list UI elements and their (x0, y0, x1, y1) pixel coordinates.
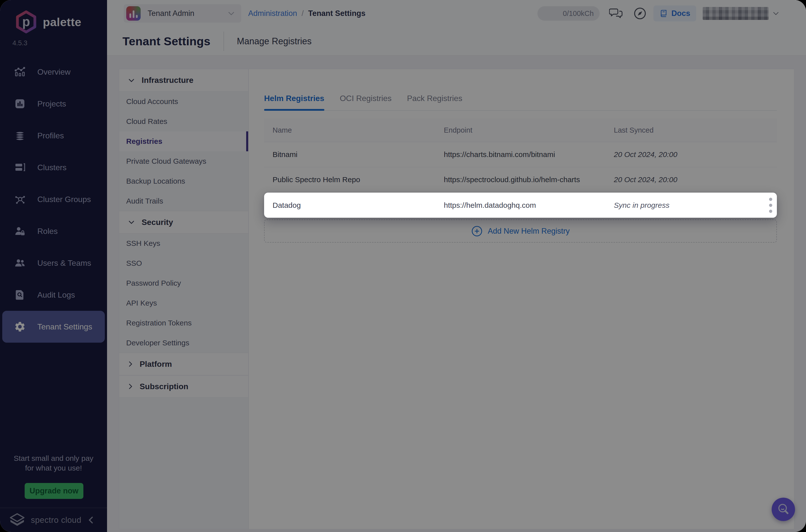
settings-nav-item-developer-settings[interactable]: Developer Settings (119, 333, 248, 353)
registry-last-synced: 20 Oct 2024, 20:00 (614, 150, 757, 159)
settings-nav-item-backup-locations[interactable]: Backup Locations (119, 171, 248, 191)
column-header-name: Name (264, 126, 444, 134)
table-row-bitnami[interactable]: Bitnami https://charts.bitnami.com/bitna… (264, 142, 777, 167)
spectro-cloud-logo-icon (9, 513, 25, 527)
settings-nav-item-api-keys[interactable]: API Keys (119, 293, 248, 313)
sidebar-item-label: Profiles (37, 131, 64, 140)
sidebar-nav: Overview Projects (0, 56, 107, 343)
section-infrastructure[interactable]: Infrastructure (119, 69, 248, 92)
add-new-helm-registry-button[interactable]: Add New Helm Registry (264, 220, 777, 243)
spectro-cloud-brand: spectro cloud (31, 515, 81, 525)
usage-quota-value: 0/100kCh (563, 10, 594, 18)
section-platform[interactable]: Platform (119, 353, 248, 375)
page-title: Tenant Settings (123, 34, 211, 48)
overview-icon (14, 65, 26, 78)
tab-pack-registries[interactable]: Pack Registries (407, 93, 462, 110)
chevron-right-icon (128, 383, 133, 390)
section-subscription[interactable]: Subscription (119, 375, 248, 398)
audit-logs-icon (14, 288, 26, 301)
chevron-down-icon (773, 11, 779, 16)
app-window: p palette 4.5.3 Overview (0, 0, 806, 532)
sidebar-item-label: Projects (37, 99, 66, 109)
column-header-last-synced: Last Synced (614, 126, 757, 134)
table-row-datadog-spotlighted[interactable]: Datadog https://helm.datadoghq.com Sync … (264, 193, 777, 218)
table-row-public-spectro-helm-repo[interactable]: Public Spectro Helm Repo https://spectro… (264, 167, 777, 192)
sidebar-item-label: Tenant Settings (37, 322, 92, 331)
settings-nav-item-ssh-keys[interactable]: SSH Keys (119, 233, 248, 253)
top-bar-actions: 0/100kCh (538, 0, 779, 27)
sidebar-footer: spectro cloud (9, 511, 96, 530)
sidebar-item-roles[interactable]: Roles (0, 215, 107, 247)
feedback-chat-button[interactable] (609, 7, 623, 20)
compass-icon (633, 6, 647, 20)
sidebar-item-tenant-settings[interactable]: Tenant Settings (2, 311, 105, 343)
palette-logo-icon: p (15, 11, 38, 33)
docs-button[interactable]: Docs (653, 5, 696, 21)
section-label: Platform (139, 360, 172, 369)
chevron-down-icon (228, 11, 235, 16)
settings-nav-item-registries[interactable]: Registries (119, 131, 248, 151)
table-header-row: Name Endpoint Last Synced (264, 118, 777, 142)
magnifier-smile-icon (776, 502, 790, 516)
scope-label: Tenant Admin (148, 9, 194, 18)
sidebar-item-overview[interactable]: Overview (0, 56, 107, 88)
settings-nav-item-cloud-rates[interactable]: Cloud Rates (119, 112, 248, 131)
top-bar-row: Tenant Admin Administration / Tenant Set… (107, 0, 806, 27)
registry-tabs: Helm Registries OCI Registries Pack Regi… (264, 93, 777, 111)
user-name-redacted (703, 7, 769, 20)
registry-name: Bitnami (264, 150, 444, 159)
registry-sync-status: Sync in progress (614, 201, 757, 210)
settings-nav-item-private-cloud-gateways[interactable]: Private Cloud Gateways (119, 151, 248, 171)
tab-oci-registries[interactable]: OCI Registries (340, 93, 392, 110)
settings-nav-item-registration-tokens[interactable]: Registration Tokens (119, 313, 248, 333)
breadcrumb-parent-link[interactable]: Administration (248, 9, 297, 18)
svg-text:p: p (22, 15, 30, 29)
top-bar: Tenant Admin Administration / Tenant Set… (107, 0, 806, 56)
upsell-line2: for what you use! (7, 463, 99, 473)
settings-nav-item-cloud-accounts[interactable]: Cloud Accounts (119, 92, 248, 112)
docs-book-icon (659, 9, 668, 18)
sidebar-item-clusters[interactable]: Clusters (0, 152, 107, 184)
sidebar-footer-divider (0, 508, 107, 508)
roles-icon (14, 225, 26, 238)
tab-helm-registries[interactable]: Helm Registries (264, 93, 324, 110)
chevron-right-icon (128, 361, 133, 367)
plus-circle-icon (471, 225, 483, 237)
users-teams-icon (14, 256, 26, 269)
kebab-menu-icon[interactable] (767, 195, 774, 215)
breadcrumb: Administration / Tenant Settings (248, 0, 365, 27)
settings-nav-item-password-policy[interactable]: Password Policy (119, 273, 248, 293)
scope-selector[interactable]: Tenant Admin (124, 4, 241, 23)
gear-icon (14, 320, 26, 333)
settings-nav: Infrastructure Cloud Accounts Cloud Rate… (119, 69, 248, 529)
sidebar-item-audit-logs[interactable]: Audit Logs (0, 279, 107, 311)
sidebar-item-label: Audit Logs (37, 290, 75, 300)
projects-icon (14, 97, 26, 110)
add-new-helm-registry-label: Add New Helm Registry (488, 227, 569, 236)
main-area: Tenant Admin Administration / Tenant Set… (107, 0, 806, 532)
scope-icon (126, 6, 140, 21)
page-subtitle: Manage Registries (237, 36, 312, 46)
upgrade-now-button[interactable]: Upgrade now (25, 483, 83, 499)
docs-label: Docs (671, 9, 690, 18)
settings-nav-item-sso[interactable]: SSO (119, 253, 248, 273)
section-infrastructure-items: Cloud Accounts Cloud Rates Registries Pr… (119, 92, 248, 211)
column-header-endpoint: Endpoint (444, 126, 614, 134)
sidebar-item-users-teams[interactable]: Users & Teams (0, 247, 107, 279)
breadcrumb-separator: / (301, 9, 304, 18)
search-assistant-fab[interactable] (772, 498, 795, 521)
section-security[interactable]: Security (119, 211, 248, 233)
profiles-icon (14, 129, 26, 142)
settings-nav-item-audit-trails[interactable]: Audit Trails (119, 191, 248, 211)
explore-compass-button[interactable] (633, 6, 647, 20)
row-actions (757, 195, 777, 215)
sidebar-item-label: Roles (37, 227, 58, 236)
app-version: 4.5.3 (13, 39, 27, 47)
helm-registries-table: Name Endpoint Last Synced Bitnami https:… (264, 118, 777, 243)
user-menu[interactable] (703, 7, 779, 20)
sidebar-item-projects[interactable]: Projects (0, 88, 107, 120)
sidebar-item-profiles[interactable]: Profiles (0, 120, 107, 152)
registry-endpoint: https://spectrocloud.github.io/helm-char… (444, 175, 614, 184)
sidebar-collapse-button[interactable] (86, 514, 96, 526)
sidebar-item-cluster-groups[interactable]: Cluster Groups (0, 184, 107, 215)
